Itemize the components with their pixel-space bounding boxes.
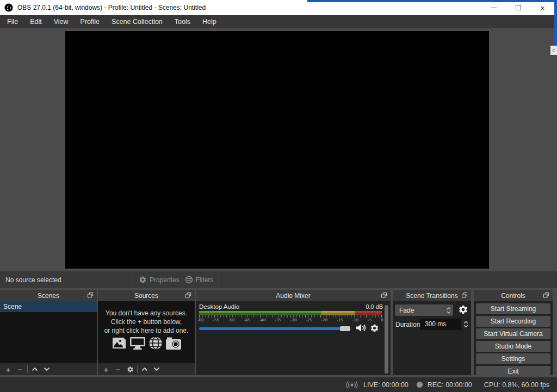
dock-float-icon[interactable] — [87, 292, 94, 298]
cpu-fps-stats: CPU: 0.8%, 60.00 fps — [484, 381, 549, 389]
menu-item[interactable]: File — [1, 15, 24, 28]
transition-selected-value: Fade — [399, 307, 414, 314]
menu-item[interactable]: Tools — [169, 15, 196, 28]
control-button[interactable]: Settings — [476, 353, 550, 364]
obs-window: OBS 27.0.1 (64-bit, windows) - Profile: … — [0, 0, 557, 392]
scene-down-button[interactable] — [42, 364, 52, 374]
transition-select[interactable]: Fade — [395, 304, 453, 316]
maximize-button[interactable] — [506, 0, 530, 15]
add-source-button[interactable]: + — [101, 364, 111, 374]
source-up-button[interactable] — [140, 364, 150, 374]
meter-tick-label: -35 — [275, 318, 281, 322]
volume-slider-fill — [199, 327, 350, 330]
minimize-button[interactable] — [481, 0, 506, 15]
scene-transitions-header[interactable]: Scene Transitions — [393, 290, 471, 301]
titlebar: OBS 27.0.1 (64-bit, windows) - Profile: … — [0, 0, 555, 15]
duration-input[interactable]: 300 ms — [420, 319, 461, 330]
chevron-down-icon — [153, 367, 160, 371]
close-icon: × — [540, 4, 545, 12]
filters-label: Filters — [196, 276, 214, 284]
minimize-icon — [491, 8, 497, 8]
toolbar-separator — [137, 365, 138, 373]
menu-item[interactable]: Profile — [75, 15, 106, 28]
meter-tick-label: -55 — [213, 318, 219, 322]
volume-slider-handle[interactable] — [340, 326, 350, 331]
meter-tick-label: -20 — [321, 318, 327, 322]
gear-icon — [139, 276, 147, 284]
properties-button[interactable]: Properties — [139, 276, 180, 284]
chevron-down-icon — [447, 311, 451, 314]
preview-canvas[interactable] — [65, 31, 489, 269]
source-down-button[interactable] — [152, 364, 162, 374]
scene-up-button[interactable] — [30, 364, 40, 374]
dock-float-icon[interactable] — [185, 292, 191, 298]
background-window-fragment: c — [550, 46, 557, 55]
menu-item[interactable]: Edit — [24, 15, 48, 28]
control-button[interactable]: Start Virtual Camera — [476, 328, 550, 339]
scenes-header[interactable]: Scenes — [0, 290, 97, 301]
scenes-panel: Scenes Scene + − — [0, 290, 97, 375]
audio-mixer-title: Audio Mixer — [276, 292, 310, 300]
scenes-list[interactable]: Scene — [0, 301, 97, 363]
sources-empty-hint: You don't have any sources.Click the + b… — [98, 309, 195, 335]
sources-panel: Sources You don't have any sources.Click… — [98, 290, 195, 375]
sources-toolbar: + − — [98, 363, 195, 375]
rec-dot-icon — [416, 381, 423, 388]
display-source-icon — [129, 336, 146, 350]
audio-mixer-header[interactable]: Audio Mixer — [196, 290, 391, 301]
hint-line: Click the + button below, — [98, 318, 195, 326]
sources-empty-area[interactable]: You don't have any sources.Click the + b… — [98, 301, 195, 363]
transition-properties-button[interactable] — [458, 304, 468, 315]
chevron-up-icon — [447, 307, 451, 310]
controls-buttons: Start StreamingStart RecordingStart Virt… — [476, 303, 550, 375]
meter-tick-label: -45 — [244, 318, 250, 322]
close-button[interactable]: × — [530, 0, 555, 15]
menu-item[interactable]: Help — [196, 15, 222, 28]
rec-timer: REC: 00:00:00 — [428, 381, 472, 389]
remove-source-button[interactable]: − — [113, 364, 123, 374]
meter-tick-label: -10 — [352, 318, 358, 322]
sources-header[interactable]: Sources — [98, 290, 195, 301]
mixer-scrollbar[interactable] — [385, 305, 389, 374]
control-button[interactable]: Exit — [476, 366, 550, 375]
sources-title: Sources — [134, 292, 158, 300]
source-properties-button[interactable] — [125, 364, 135, 374]
duration-spinner[interactable] — [462, 319, 469, 330]
menu-item[interactable]: View — [48, 15, 75, 28]
dock-float-icon[interactable] — [381, 292, 387, 298]
audio-mixer-body: Desktop Audio 0.0 dB -60-55-50-45-40-35-… — [196, 301, 391, 375]
meter-tick-label: -60 — [197, 318, 203, 322]
chevron-up-icon — [463, 321, 468, 324]
audio-mixer-panel: Audio Mixer Desktop Audio 0.0 dB -60-55-… — [196, 290, 391, 375]
source-type-icons — [98, 336, 195, 350]
image-source-icon — [112, 336, 127, 350]
scene-list-item[interactable]: Scene — [0, 301, 97, 312]
volume-meter: -60-55-50-45-40-35-30-25-20-15-10-50 — [199, 311, 382, 322]
control-button[interactable]: Start Streaming — [476, 303, 550, 314]
gear-icon — [127, 366, 134, 373]
mixer-scrollbar-thumb[interactable] — [385, 305, 388, 374]
filters-button[interactable]: Filters — [185, 276, 214, 284]
remove-scene-button[interactable]: − — [15, 364, 25, 374]
dock-float-icon[interactable] — [461, 292, 468, 298]
mixer-settings-button[interactable] — [370, 323, 379, 333]
window-title: OBS 27.0.1 (64-bit, windows) - Profile: … — [17, 4, 206, 11]
chevron-up-icon — [141, 367, 148, 371]
add-scene-button[interactable]: + — [3, 364, 13, 374]
background-window-right-edge — [554, 0, 557, 47]
maximize-icon — [516, 5, 521, 10]
volume-slider[interactable] — [199, 327, 350, 330]
menu-item[interactable]: Scene Collection — [106, 15, 169, 28]
toolbar-separator — [27, 365, 28, 373]
toolbar-separator — [133, 274, 133, 286]
controls-header[interactable]: Controls — [474, 290, 553, 301]
transition-select-spinner[interactable] — [444, 304, 453, 316]
control-button[interactable]: Studio Mode — [476, 341, 550, 352]
speaker-icon[interactable] — [356, 323, 367, 332]
control-button[interactable]: Start Recording — [476, 316, 550, 327]
meter-tick-label: -15 — [337, 318, 343, 322]
meter-tick-label: -5 — [368, 318, 372, 322]
broadcast-icon — [345, 381, 359, 389]
menubar: FileEditViewProfileScene CollectionTools… — [0, 15, 555, 28]
dock-float-icon[interactable] — [543, 292, 549, 298]
